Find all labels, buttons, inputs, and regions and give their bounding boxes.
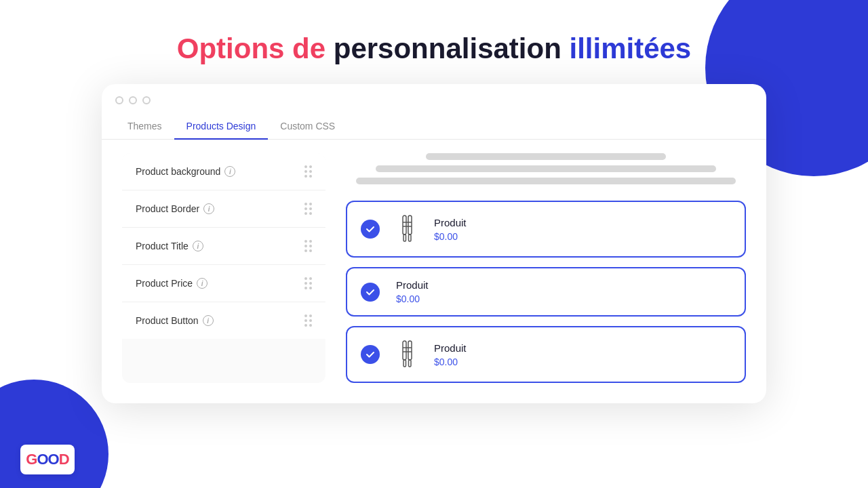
card-price-3: $0.00 (434, 357, 467, 367)
placeholder-lines (346, 153, 746, 184)
tab-custom-css[interactable]: Custom CSS (268, 114, 347, 140)
window-dot-1 (115, 96, 123, 104)
logo-container: GOOD (20, 445, 75, 474)
window-controls (102, 84, 766, 114)
row-text-price: Product Price (136, 278, 193, 289)
settings-row-background: Product background i (122, 153, 326, 190)
card-checkbox-1 (361, 220, 380, 239)
page-wrapper: Options de personnalisation illimitées T… (0, 0, 868, 488)
drag-handle-background[interactable] (304, 165, 312, 178)
checkmark-icon-3 (366, 350, 375, 359)
settings-row-border: Product Border i (122, 190, 326, 228)
logo-o3: D (59, 451, 69, 468)
main-title: Options de personnalisation illimitées (177, 33, 691, 65)
title-part3: illimitées (561, 33, 691, 64)
app-window: Themes Products Design Custom CSS Produc… (102, 84, 766, 403)
card-checkbox-2 (361, 283, 380, 302)
row-label-border: Product Border i (136, 203, 214, 214)
logo-o1: O (37, 451, 47, 468)
svg-rect-1 (408, 216, 412, 235)
info-icon-border[interactable]: i (203, 203, 214, 214)
card-info-3: Produit $0.00 (434, 342, 467, 367)
card-title-3: Produit (434, 342, 467, 354)
logo-text: GOOD (26, 451, 68, 468)
settings-row-title: Product Title i (122, 228, 326, 265)
tab-themes[interactable]: Themes (115, 114, 174, 140)
svg-rect-0 (403, 216, 406, 235)
checkmark-icon-2 (366, 287, 375, 297)
product-card-3: Produit $0.00 (346, 326, 746, 383)
row-text-button: Product Button (136, 315, 199, 326)
drag-handle-title[interactable] (304, 240, 312, 252)
card-title-1: Produit (434, 217, 467, 228)
placeholder-line-1 (426, 153, 666, 160)
placeholder-line-3 (356, 178, 736, 184)
row-label-title: Product Title i (136, 241, 203, 251)
info-icon-title[interactable]: i (193, 241, 203, 251)
info-icon-price[interactable]: i (197, 278, 208, 289)
svg-rect-7 (408, 341, 412, 360)
settings-row-price: Product Price i (122, 265, 326, 302)
card-checkbox-3 (361, 345, 380, 364)
window-body: Product background i Product Border i (102, 140, 766, 383)
row-label-button: Product Button i (136, 315, 214, 326)
svg-rect-4 (403, 235, 406, 241)
product-card-2: Produit $0.00 (346, 267, 746, 317)
drag-handle-border[interactable] (304, 203, 312, 215)
card-image-3 (391, 338, 423, 371)
card-price-2: $0.00 (396, 293, 429, 304)
drag-handle-price[interactable] (304, 277, 312, 289)
svg-rect-6 (403, 341, 406, 360)
row-text-title: Product Title (136, 241, 189, 251)
title-part2: personnalisation (334, 33, 561, 64)
logo-g: G (26, 451, 37, 468)
card-info-2: Produit $0.00 (396, 279, 429, 304)
logo-box: GOOD (20, 445, 75, 474)
checkmark-icon-1 (366, 224, 375, 234)
svg-rect-10 (403, 360, 406, 367)
card-price-1: $0.00 (434, 231, 467, 242)
right-panel: Produit $0.00 Produit $0.00 (346, 153, 746, 383)
tab-products-design[interactable]: Products Design (174, 114, 269, 140)
title-part1: Options de (177, 33, 334, 64)
svg-rect-5 (409, 235, 412, 241)
row-label-price: Product Price i (136, 278, 208, 289)
product-card-1: Produit $0.00 (346, 201, 746, 258)
window-dot-3 (142, 96, 151, 104)
window-dot-2 (129, 96, 137, 104)
card-image-1 (391, 213, 423, 245)
row-label-background: Product background i (136, 166, 235, 177)
card-info-1: Produit $0.00 (434, 217, 467, 242)
row-text-background: Product background (136, 166, 220, 177)
left-panel: Product background i Product Border i (122, 153, 326, 383)
info-icon-button[interactable]: i (203, 315, 214, 326)
settings-row-button: Product Button i (122, 302, 326, 339)
drag-handle-button[interactable] (304, 314, 312, 327)
logo-o2: O (48, 451, 59, 468)
tab-bar: Themes Products Design Custom CSS (102, 114, 766, 140)
placeholder-line-2 (376, 165, 716, 172)
svg-rect-11 (409, 360, 412, 367)
info-icon-background[interactable]: i (224, 166, 235, 177)
row-text-border: Product Border (136, 203, 199, 214)
card-title-2: Produit (396, 279, 429, 291)
